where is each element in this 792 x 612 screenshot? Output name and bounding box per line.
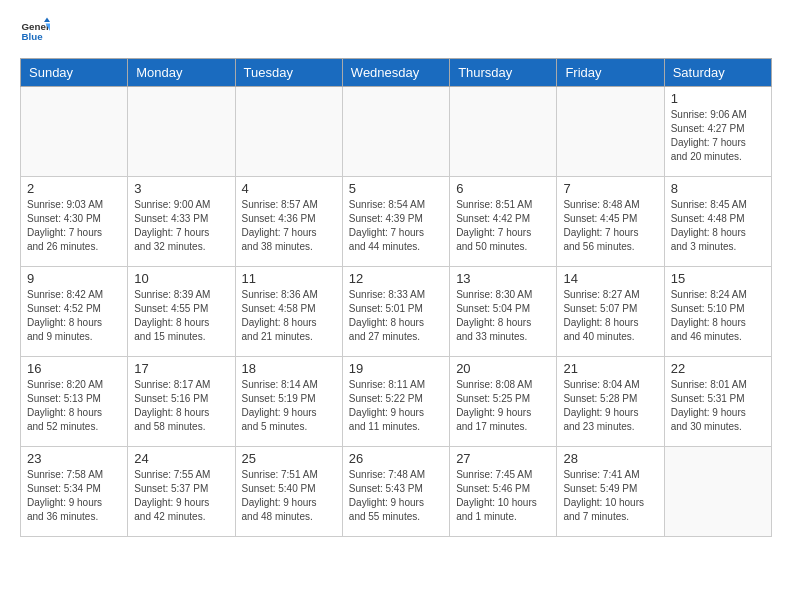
day-info: Sunrise: 8:14 AM Sunset: 5:19 PM Dayligh… (242, 378, 336, 434)
calendar-cell: 15Sunrise: 8:24 AM Sunset: 5:10 PM Dayli… (664, 267, 771, 357)
day-number: 17 (134, 361, 228, 376)
calendar-day-header: Monday (128, 59, 235, 87)
calendar-cell: 4Sunrise: 8:57 AM Sunset: 4:36 PM Daylig… (235, 177, 342, 267)
logo: General Blue (20, 16, 50, 46)
calendar-cell: 9Sunrise: 8:42 AM Sunset: 4:52 PM Daylig… (21, 267, 128, 357)
day-number: 9 (27, 271, 121, 286)
calendar-cell (235, 87, 342, 177)
day-info: Sunrise: 8:48 AM Sunset: 4:45 PM Dayligh… (563, 198, 657, 254)
day-number: 6 (456, 181, 550, 196)
day-info: Sunrise: 8:11 AM Sunset: 5:22 PM Dayligh… (349, 378, 443, 434)
day-info: Sunrise: 8:36 AM Sunset: 4:58 PM Dayligh… (242, 288, 336, 344)
day-info: Sunrise: 8:30 AM Sunset: 5:04 PM Dayligh… (456, 288, 550, 344)
day-number: 8 (671, 181, 765, 196)
day-number: 1 (671, 91, 765, 106)
calendar-cell: 8Sunrise: 8:45 AM Sunset: 4:48 PM Daylig… (664, 177, 771, 267)
day-info: Sunrise: 8:54 AM Sunset: 4:39 PM Dayligh… (349, 198, 443, 254)
calendar-cell: 28Sunrise: 7:41 AM Sunset: 5:49 PM Dayli… (557, 447, 664, 537)
calendar-day-header: Sunday (21, 59, 128, 87)
calendar-cell: 16Sunrise: 8:20 AM Sunset: 5:13 PM Dayli… (21, 357, 128, 447)
day-number: 2 (27, 181, 121, 196)
calendar-cell (557, 87, 664, 177)
day-number: 10 (134, 271, 228, 286)
calendar-cell: 21Sunrise: 8:04 AM Sunset: 5:28 PM Dayli… (557, 357, 664, 447)
calendar-cell: 18Sunrise: 8:14 AM Sunset: 5:19 PM Dayli… (235, 357, 342, 447)
day-number: 20 (456, 361, 550, 376)
day-info: Sunrise: 9:03 AM Sunset: 4:30 PM Dayligh… (27, 198, 121, 254)
svg-text:Blue: Blue (22, 31, 44, 42)
day-number: 25 (242, 451, 336, 466)
calendar-cell: 13Sunrise: 8:30 AM Sunset: 5:04 PM Dayli… (450, 267, 557, 357)
day-info: Sunrise: 8:42 AM Sunset: 4:52 PM Dayligh… (27, 288, 121, 344)
calendar-cell: 12Sunrise: 8:33 AM Sunset: 5:01 PM Dayli… (342, 267, 449, 357)
day-number: 28 (563, 451, 657, 466)
day-info: Sunrise: 8:04 AM Sunset: 5:28 PM Dayligh… (563, 378, 657, 434)
calendar-day-header: Tuesday (235, 59, 342, 87)
day-info: Sunrise: 8:24 AM Sunset: 5:10 PM Dayligh… (671, 288, 765, 344)
calendar-week-row: 9Sunrise: 8:42 AM Sunset: 4:52 PM Daylig… (21, 267, 772, 357)
day-number: 22 (671, 361, 765, 376)
calendar-cell (128, 87, 235, 177)
calendar-cell: 1Sunrise: 9:06 AM Sunset: 4:27 PM Daylig… (664, 87, 771, 177)
day-number: 26 (349, 451, 443, 466)
calendar-cell: 17Sunrise: 8:17 AM Sunset: 5:16 PM Dayli… (128, 357, 235, 447)
day-info: Sunrise: 8:33 AM Sunset: 5:01 PM Dayligh… (349, 288, 443, 344)
calendar-cell: 26Sunrise: 7:48 AM Sunset: 5:43 PM Dayli… (342, 447, 449, 537)
calendar-day-header: Wednesday (342, 59, 449, 87)
day-number: 18 (242, 361, 336, 376)
svg-text:General: General (22, 21, 51, 32)
logo-icon: General Blue (20, 16, 50, 46)
page-header: General Blue (20, 16, 772, 46)
day-info: Sunrise: 8:20 AM Sunset: 5:13 PM Dayligh… (27, 378, 121, 434)
page-container: General Blue SundayMondayTuesdayWednesda… (0, 0, 792, 553)
calendar-header-row: SundayMondayTuesdayWednesdayThursdayFrid… (21, 59, 772, 87)
day-number: 14 (563, 271, 657, 286)
day-number: 7 (563, 181, 657, 196)
day-info: Sunrise: 9:06 AM Sunset: 4:27 PM Dayligh… (671, 108, 765, 164)
calendar-cell: 23Sunrise: 7:58 AM Sunset: 5:34 PM Dayli… (21, 447, 128, 537)
day-info: Sunrise: 8:57 AM Sunset: 4:36 PM Dayligh… (242, 198, 336, 254)
day-number: 16 (27, 361, 121, 376)
day-info: Sunrise: 8:17 AM Sunset: 5:16 PM Dayligh… (134, 378, 228, 434)
day-number: 21 (563, 361, 657, 376)
calendar-cell: 5Sunrise: 8:54 AM Sunset: 4:39 PM Daylig… (342, 177, 449, 267)
day-number: 11 (242, 271, 336, 286)
calendar-day-header: Saturday (664, 59, 771, 87)
calendar-cell (21, 87, 128, 177)
day-info: Sunrise: 7:51 AM Sunset: 5:40 PM Dayligh… (242, 468, 336, 524)
day-number: 15 (671, 271, 765, 286)
calendar-cell (342, 87, 449, 177)
svg-marker-2 (44, 18, 50, 23)
day-number: 13 (456, 271, 550, 286)
day-number: 27 (456, 451, 550, 466)
day-info: Sunrise: 8:51 AM Sunset: 4:42 PM Dayligh… (456, 198, 550, 254)
calendar-week-row: 1Sunrise: 9:06 AM Sunset: 4:27 PM Daylig… (21, 87, 772, 177)
calendar-cell: 3Sunrise: 9:00 AM Sunset: 4:33 PM Daylig… (128, 177, 235, 267)
calendar-cell: 2Sunrise: 9:03 AM Sunset: 4:30 PM Daylig… (21, 177, 128, 267)
calendar-week-row: 23Sunrise: 7:58 AM Sunset: 5:34 PM Dayli… (21, 447, 772, 537)
day-number: 3 (134, 181, 228, 196)
day-info: Sunrise: 7:48 AM Sunset: 5:43 PM Dayligh… (349, 468, 443, 524)
calendar-cell: 27Sunrise: 7:45 AM Sunset: 5:46 PM Dayli… (450, 447, 557, 537)
calendar-cell: 25Sunrise: 7:51 AM Sunset: 5:40 PM Dayli… (235, 447, 342, 537)
day-info: Sunrise: 8:27 AM Sunset: 5:07 PM Dayligh… (563, 288, 657, 344)
day-info: Sunrise: 9:00 AM Sunset: 4:33 PM Dayligh… (134, 198, 228, 254)
day-info: Sunrise: 7:41 AM Sunset: 5:49 PM Dayligh… (563, 468, 657, 524)
calendar-cell: 14Sunrise: 8:27 AM Sunset: 5:07 PM Dayli… (557, 267, 664, 357)
calendar-cell: 20Sunrise: 8:08 AM Sunset: 5:25 PM Dayli… (450, 357, 557, 447)
calendar-cell: 11Sunrise: 8:36 AM Sunset: 4:58 PM Dayli… (235, 267, 342, 357)
calendar-week-row: 16Sunrise: 8:20 AM Sunset: 5:13 PM Dayli… (21, 357, 772, 447)
calendar-cell: 10Sunrise: 8:39 AM Sunset: 4:55 PM Dayli… (128, 267, 235, 357)
calendar-cell: 6Sunrise: 8:51 AM Sunset: 4:42 PM Daylig… (450, 177, 557, 267)
day-number: 5 (349, 181, 443, 196)
day-info: Sunrise: 7:55 AM Sunset: 5:37 PM Dayligh… (134, 468, 228, 524)
calendar-cell: 22Sunrise: 8:01 AM Sunset: 5:31 PM Dayli… (664, 357, 771, 447)
calendar-cell: 19Sunrise: 8:11 AM Sunset: 5:22 PM Dayli… (342, 357, 449, 447)
day-number: 19 (349, 361, 443, 376)
day-info: Sunrise: 8:08 AM Sunset: 5:25 PM Dayligh… (456, 378, 550, 434)
day-number: 24 (134, 451, 228, 466)
calendar-cell: 24Sunrise: 7:55 AM Sunset: 5:37 PM Dayli… (128, 447, 235, 537)
calendar-cell (664, 447, 771, 537)
calendar-day-header: Thursday (450, 59, 557, 87)
calendar-week-row: 2Sunrise: 9:03 AM Sunset: 4:30 PM Daylig… (21, 177, 772, 267)
